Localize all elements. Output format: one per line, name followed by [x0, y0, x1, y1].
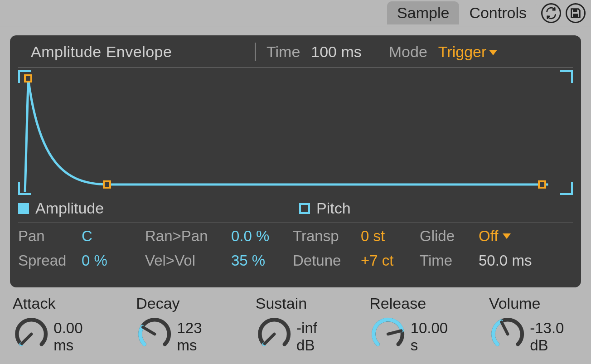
chevron-down-icon: [503, 233, 511, 239]
svg-line-3: [143, 327, 155, 334]
mode-label: Mode: [389, 43, 427, 61]
tab-group: Sample Controls: [387, 1, 537, 24]
transp-value[interactable]: 0 st: [361, 228, 411, 245]
envelope-handle[interactable]: [103, 180, 111, 189]
panel-title: Amplitude Envelope: [31, 43, 244, 61]
tab-controls[interactable]: Controls: [459, 1, 537, 24]
ranpan-value[interactable]: 0.0 %: [231, 228, 286, 245]
pan-value[interactable]: C: [82, 228, 136, 245]
sustain-block: Sustain -inf dB: [256, 295, 337, 354]
time-label: Time: [266, 43, 300, 61]
spread-label: Spread: [18, 252, 73, 269]
ranpan-label: Ran>Pan: [145, 228, 222, 245]
amplitude-section-label: Amplitude: [35, 199, 104, 217]
svg-rect-0: [573, 9, 577, 12]
pitch-section-label: Pitch: [316, 199, 351, 217]
attack-block: Attack 0.00 ms: [13, 295, 103, 354]
tab-sample[interactable]: Sample: [387, 1, 459, 24]
decay-block: Decay 123 ms: [136, 295, 223, 354]
glide-value: Off: [479, 228, 498, 245]
velvol-label: Vel>Vol: [145, 252, 222, 269]
spread-value[interactable]: 0 %: [82, 252, 136, 269]
envelope-handle[interactable]: [24, 74, 32, 83]
release-knob[interactable]: [369, 314, 407, 354]
swap-icon[interactable]: [541, 3, 561, 23]
envelope-handle[interactable]: [538, 180, 546, 189]
glide-dropdown[interactable]: Off: [479, 228, 533, 245]
pan-label: Pan: [18, 228, 73, 245]
attack-knob[interactable]: [13, 314, 50, 354]
glide-label: Glide: [420, 228, 470, 245]
envelope-curve: [18, 70, 573, 195]
sustain-label: Sustain: [256, 295, 307, 312]
panel-header: Amplitude Envelope Time 100 ms Mode Trig…: [18, 40, 573, 68]
release-value[interactable]: 10.00 s: [411, 320, 456, 354]
volume-knob[interactable]: [489, 314, 526, 354]
envelope-display[interactable]: [18, 70, 573, 195]
detune-value[interactable]: +7 ct: [361, 252, 411, 269]
pitch-params: Transp 0 st Glide Off Detune +7 ct Time …: [286, 228, 573, 269]
separator: [255, 43, 256, 61]
pitch-indicator-icon: [299, 203, 310, 214]
envelope-panel: Amplitude Envelope Time 100 ms Mode Trig…: [10, 35, 581, 287]
mode-value: Trigger: [438, 43, 486, 61]
svg-line-4: [265, 334, 274, 344]
volume-label: Volume: [489, 295, 540, 312]
glide-time-label: Time: [420, 252, 470, 269]
sustain-knob[interactable]: [256, 314, 293, 354]
adsr-knobs-row: Attack 0.00 ms Decay 123 ms Sustain -inf…: [0, 291, 591, 354]
decay-knob[interactable]: [136, 314, 173, 354]
decay-label: Decay: [136, 295, 179, 312]
section-tabs: Amplitude Pitch: [18, 198, 573, 223]
sustain-value[interactable]: -inf dB: [296, 320, 337, 354]
velvol-value[interactable]: 35 %: [231, 252, 286, 269]
release-block: Release 10.00 s: [369, 295, 456, 354]
detune-label: Detune: [293, 252, 352, 269]
section-pitch[interactable]: Pitch: [292, 199, 573, 217]
save-icon[interactable]: [566, 3, 586, 23]
svg-line-6: [501, 322, 508, 334]
amplitude-indicator-icon: [18, 203, 29, 214]
transp-label: Transp: [293, 228, 352, 245]
volume-block: Volume -13.0 dB: [489, 295, 583, 354]
attack-value[interactable]: 0.00 ms: [53, 320, 103, 354]
section-amplitude[interactable]: Amplitude: [18, 199, 292, 217]
mode-dropdown[interactable]: Trigger: [438, 43, 497, 61]
time-value[interactable]: 100 ms: [311, 43, 362, 61]
volume-value[interactable]: -13.0 dB: [530, 320, 583, 354]
svg-line-2: [22, 334, 31, 344]
top-bar: Sample Controls: [0, 0, 591, 26]
attack-label: Attack: [13, 295, 55, 312]
decay-value[interactable]: 123 ms: [177, 320, 223, 354]
svg-rect-1: [573, 14, 578, 17]
release-label: Release: [369, 295, 426, 312]
chevron-down-icon: [489, 50, 497, 55]
svg-line-5: [388, 331, 401, 334]
amp-params: Pan C Ran>Pan 0.0 % Spread 0 % Vel>Vol 3…: [18, 228, 286, 269]
glide-time-value[interactable]: 50.0 ms: [479, 252, 533, 269]
parameters-row: Pan C Ran>Pan 0.0 % Spread 0 % Vel>Vol 3…: [18, 223, 573, 269]
